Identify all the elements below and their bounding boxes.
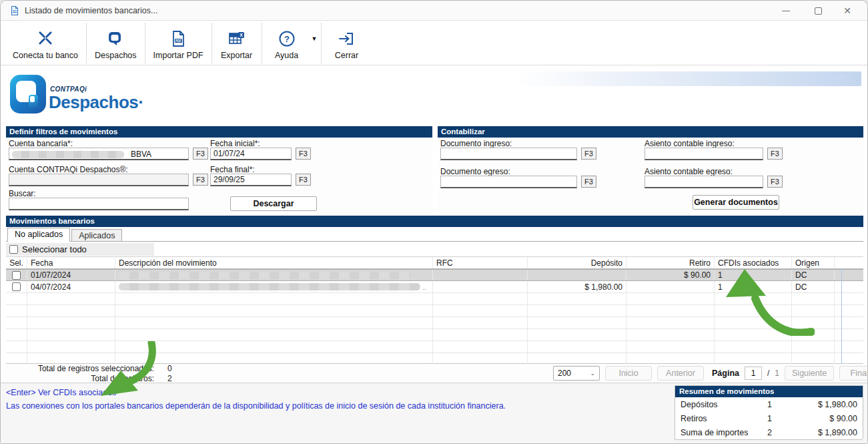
tab-no-aplicados[interactable]: No aplicados — [7, 228, 70, 242]
exit-icon — [338, 29, 355, 49]
col-rfc[interactable]: RFC — [433, 257, 528, 268]
cuenta-bancaria-f3-button[interactable]: F3 — [193, 148, 208, 160]
cuenta-contpaqi-input[interactable] — [9, 174, 189, 186]
siguiente-button[interactable]: Siguiente — [785, 366, 834, 381]
col-retiro[interactable]: Retiro — [626, 257, 715, 268]
decorative-gradient-strip — [514, 71, 861, 86]
bank-name: BBVA — [131, 150, 151, 159]
pagina-label: Página — [712, 369, 739, 378]
col-sel[interactable]: Sel. — [6, 257, 27, 268]
total-records-label: Total de registros: — [6, 374, 154, 383]
table-row[interactable]: 01/07/2024 $ 90.00 1 DC — [6, 269, 863, 281]
asiento-egreso-input[interactable] — [644, 176, 763, 188]
cuenta-bancaria-field[interactable]: BBVA — [9, 148, 189, 160]
window-title: Listado de movimientos bancarios... — [25, 6, 157, 15]
help-dropdown-button[interactable]: ▼ — [312, 21, 322, 65]
resumen-row-retiros: Retiros 1 $ 90.00 — [675, 411, 863, 425]
buscar-input[interactable] — [9, 198, 189, 210]
documento-ingreso-input[interactable] — [440, 148, 577, 160]
cell-retiro — [626, 281, 715, 292]
select-all-control[interactable]: Seleccionar todo — [6, 243, 154, 256]
svg-text:PDF: PDF — [175, 39, 181, 43]
asiento-egreso-f3-button[interactable]: F3 — [767, 176, 783, 188]
export-excel-icon: X — [228, 29, 246, 49]
totals-block: Total de registros seleccionados: 0 Tota… — [6, 364, 172, 383]
cell-rfc — [433, 281, 528, 292]
page-size-value: 200 — [558, 369, 571, 378]
final-button[interactable]: Final — [839, 366, 868, 381]
row-checkbox[interactable] — [12, 282, 21, 291]
empty-row — [6, 329, 863, 341]
fecha-final-input[interactable] — [210, 174, 292, 186]
cell-fecha: 04/07/2024 — [27, 281, 115, 292]
descargar-button[interactable]: Descargar — [230, 196, 317, 211]
movimientos-section-title: Movimientos bancarios — [6, 216, 863, 227]
svg-text:X: X — [240, 33, 243, 37]
close-button[interactable]: ✕ — [833, 1, 862, 21]
current-page-input[interactable] — [745, 367, 762, 380]
app-window: Listado de movimientos bancarios... ✕ Co… — [0, 0, 868, 444]
buscar-label: Buscar: — [9, 189, 36, 198]
caret-down-icon: ⌄ — [590, 370, 595, 377]
close-icon: ✕ — [843, 6, 851, 15]
maximize-button[interactable] — [803, 1, 833, 21]
minimize-button[interactable] — [771, 1, 801, 21]
import-pdf-button[interactable]: PDF Importar PDF — [145, 21, 211, 65]
col-descripcion[interactable]: Descripción del movimiento — [115, 257, 433, 268]
column-scroll-line — [841, 268, 842, 364]
empty-row — [6, 317, 863, 329]
toolbar-label: Conecta tu banco — [13, 51, 78, 60]
asiento-ingreso-input[interactable] — [644, 148, 763, 160]
anterior-button[interactable]: Anterior — [657, 366, 704, 381]
total-selected-label: Total de registros seleccionados: — [6, 364, 154, 373]
table-row[interactable]: 04/07/2024 .. $ 1,980.00 1 DC — [6, 281, 863, 293]
import-pdf-icon: PDF — [170, 29, 186, 49]
tab-aplicados[interactable]: Aplicados — [71, 229, 122, 241]
cell-retiro: $ 90.00 — [626, 270, 715, 280]
cell-deposito — [528, 270, 626, 280]
documento-ingreso-label: Documento ingreso: — [440, 139, 512, 148]
inicio-button[interactable]: Inicio — [605, 366, 652, 381]
ver-cfdis-link[interactable]: <Enter> Ver CFDIs asociados — [6, 388, 116, 397]
minimize-icon — [782, 11, 790, 11]
cuenta-contpaqi-f3-button[interactable]: F3 — [193, 174, 208, 186]
svg-text:?: ? — [284, 34, 290, 44]
col-deposito[interactable]: Depósito — [528, 257, 626, 268]
connect-bank-icon — [37, 29, 54, 49]
col-origen[interactable]: Origen — [792, 257, 835, 268]
col-cfdis-asociados[interactable]: CFDIs asociados — [715, 257, 792, 268]
documento-egreso-f3-button[interactable]: F3 — [581, 176, 596, 188]
export-button[interactable]: X Exportar — [212, 21, 262, 65]
generar-documentos-button[interactable]: Generar documentos — [693, 195, 779, 210]
toolbar-label: Ayuda — [275, 51, 298, 60]
despachos-button[interactable]: Despachos — [87, 21, 145, 65]
contabilizar-panel-title: Contabilizar — [438, 126, 863, 138]
row-checkbox[interactable] — [12, 271, 21, 280]
redacted-account-number — [12, 151, 124, 158]
cell-cfdis: 1 — [715, 270, 792, 280]
fecha-inicial-f3-button[interactable]: F3 — [296, 148, 311, 160]
connect-bank-button[interactable]: Conecta tu banco — [5, 21, 86, 65]
cell-cfdis: 1 — [715, 281, 792, 292]
brand-band: CONTPAQi Despachos· — [1, 65, 867, 124]
documento-egreso-input[interactable] — [440, 176, 577, 188]
cell-deposito: $ 1,980.00 — [528, 281, 626, 292]
select-all-checkbox[interactable] — [9, 245, 18, 254]
maximize-icon — [815, 7, 822, 15]
footer: <Enter> Ver CFDIs asociados Las conexion… — [1, 383, 868, 444]
documento-ingreso-f3-button[interactable]: F3 — [581, 148, 596, 160]
cerrar-button[interactable]: Cerrar — [322, 21, 371, 65]
fecha-final-f3-button[interactable]: F3 — [296, 174, 311, 186]
resumen-panel: Resumen de movimientos Depósitos 1 $ 1,9… — [675, 385, 863, 440]
fecha-inicial-input[interactable] — [210, 148, 292, 160]
col-fecha[interactable]: Fecha — [27, 257, 115, 268]
page-size-select[interactable]: 200 ⌄ — [553, 366, 600, 381]
help-button[interactable]: ? Ayuda — [262, 21, 312, 65]
fecha-final-label: Fecha final*: — [210, 165, 255, 174]
resumen-title: Resumen de movimientos — [675, 386, 863, 397]
toolbar-label: Exportar — [221, 51, 252, 60]
movimientos-tabs: No aplicados Aplicados — [6, 228, 863, 242]
toolbar-label: Cerrar — [335, 51, 358, 60]
asiento-ingreso-f3-button[interactable]: F3 — [767, 148, 783, 160]
product-name: Despachos· — [49, 92, 143, 113]
